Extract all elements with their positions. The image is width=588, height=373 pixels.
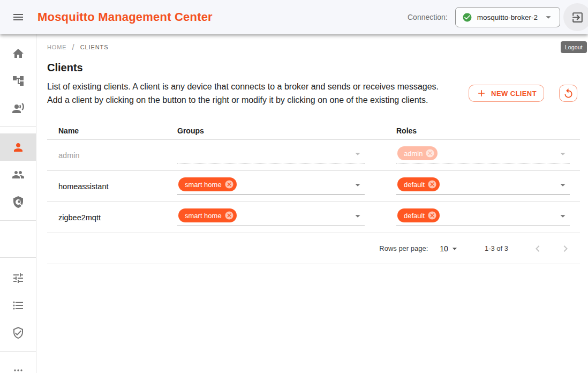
chip-label: admin (404, 150, 423, 158)
rows-per-page-value: 10 (440, 244, 448, 253)
page-title: Clients (47, 62, 580, 74)
more-horiz-icon (12, 364, 25, 373)
chevron-right-icon (559, 242, 572, 255)
sidebar-item-home[interactable] (0, 40, 36, 67)
role-chip[interactable]: default (397, 208, 440, 222)
chip-delete-icon[interactable] (224, 211, 234, 220)
chip-delete-icon[interactable] (224, 180, 234, 189)
new-client-label: NEW CLIENT (491, 89, 537, 98)
app-title: Mosquitto Management Center (37, 10, 213, 24)
roles-select[interactable]: admin (396, 146, 570, 164)
policy-shield-icon (12, 196, 25, 208)
sidebar-item-roles[interactable] (0, 188, 36, 215)
sidebar-item-settings[interactable] (0, 264, 36, 292)
plus-icon (476, 88, 487, 99)
sidebar-item-more[interactable] (0, 356, 36, 373)
chevron-down-icon (449, 243, 460, 254)
connection-status-ok-icon (462, 12, 472, 23)
rows-per-page-label: Rows per page: (379, 244, 428, 252)
chevron-down-icon (557, 148, 569, 160)
sidebar-divider (0, 126, 36, 127)
chevron-down-icon (352, 179, 364, 191)
group-chip[interactable]: smart home (178, 177, 237, 191)
exit-to-app-icon (571, 11, 584, 24)
breadcrumb-current: CLIENTS (80, 44, 109, 50)
table-row[interactable]: homeassistant smart home default (47, 171, 580, 202)
roles-select[interactable]: default (396, 177, 570, 195)
client-name: homeassistant (58, 182, 109, 191)
column-header-name: Name (47, 126, 177, 135)
home-icon (12, 47, 25, 60)
replay-icon (563, 88, 574, 99)
logout-tooltip: Logout (561, 41, 587, 53)
sidebar-item-streams[interactable] (0, 94, 36, 122)
connection-select[interactable]: mosquitto-broker-2 (455, 7, 560, 27)
logout-button[interactable] (563, 3, 588, 31)
person-icon (12, 141, 25, 154)
chevron-down-icon (352, 210, 364, 222)
chevron-left-icon (531, 242, 544, 255)
chevron-down-icon (542, 11, 554, 23)
clients-table: Name Groups Roles admin admin homea (47, 122, 580, 264)
sidebar (0, 34, 36, 373)
chip-label: default (404, 212, 425, 220)
sidebar-item-security[interactable] (0, 319, 36, 346)
chip-label: smart home (185, 181, 222, 189)
next-page-button[interactable] (557, 241, 574, 257)
new-client-button[interactable]: NEW CLIENT (469, 85, 544, 102)
app-bar: Mosquitto Management Center Connection: … (0, 0, 588, 34)
table-row[interactable]: admin admin (47, 140, 580, 171)
role-chip[interactable]: default (397, 177, 440, 191)
sidebar-divider (0, 220, 36, 221)
table-body: admin admin homeassistant smart home (47, 140, 580, 233)
main-content: HOME / CLIENTS Clients List of existing … (36, 34, 588, 373)
refresh-button[interactable] (559, 85, 577, 102)
pagination-bar: Rows per page: 10 1-3 of 3 (47, 233, 580, 264)
sidebar-divider (0, 257, 36, 258)
chip-delete-icon[interactable] (427, 211, 437, 220)
chip-delete-icon[interactable] (427, 180, 437, 189)
connection-label: Connection: (408, 13, 448, 21)
column-header-roles: Roles (396, 126, 580, 135)
sidebar-item-logs[interactable] (0, 292, 36, 319)
hamburger-icon (12, 11, 25, 24)
breadcrumb-separator: / (72, 42, 75, 51)
topic-tree-icon (12, 74, 25, 87)
hamburger-menu-button[interactable] (7, 6, 29, 28)
connection-value: mosquitto-broker-2 (477, 13, 538, 21)
shield-check-icon (12, 326, 25, 339)
breadcrumb: HOME / CLIENTS (47, 40, 580, 51)
group-chip[interactable]: smart home (178, 208, 237, 222)
roles-select[interactable]: default (396, 208, 570, 226)
client-name: admin (58, 151, 80, 160)
chip-label: smart home (185, 212, 222, 220)
chevron-down-icon (352, 148, 364, 160)
chevron-down-icon (557, 210, 569, 222)
table-header-row: Name Groups Roles (47, 122, 580, 140)
sidebar-item-groups[interactable] (0, 161, 36, 188)
previous-page-button[interactable] (530, 241, 546, 257)
column-header-groups: Groups (177, 126, 396, 135)
page-description: List of existing clients. A client is an… (47, 80, 442, 107)
client-name: zigbee2mqtt (58, 213, 101, 222)
chevron-down-icon (557, 179, 569, 191)
rows-per-page-select[interactable]: 10 (440, 243, 460, 254)
chip-label: default (404, 181, 425, 189)
table-row[interactable]: zigbee2mqtt smart home default (47, 202, 580, 233)
sidebar-item-clients[interactable] (0, 133, 36, 161)
groups-select[interactable]: smart home (177, 208, 365, 226)
record-voice-over-icon (12, 102, 25, 115)
role-chip[interactable]: admin (397, 146, 438, 160)
people-icon (12, 168, 25, 181)
list-icon (12, 299, 25, 312)
tune-sliders-icon (12, 272, 25, 285)
groups-select[interactable]: smart home (177, 177, 365, 195)
groups-select[interactable] (177, 146, 365, 164)
sidebar-item-topic-tree[interactable] (0, 67, 36, 94)
sidebar-divider (0, 351, 36, 352)
pagination-range: 1-3 of 3 (485, 244, 508, 252)
breadcrumb-home[interactable]: HOME (47, 44, 67, 50)
chip-delete-icon[interactable] (425, 148, 435, 158)
